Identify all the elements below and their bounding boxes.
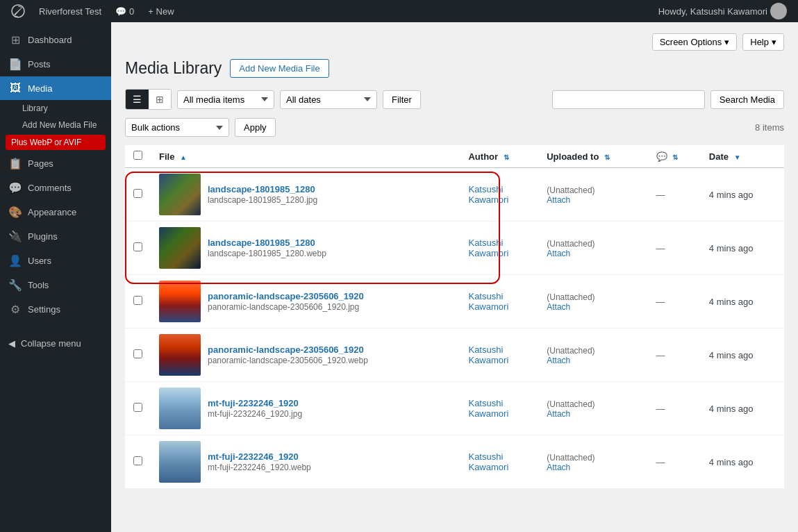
screen-options-button[interactable]: Screen Options ▾ xyxy=(652,33,738,51)
add-new-media-button[interactable]: Add New Media File xyxy=(230,59,329,78)
file-cell: panoramic-landscape-2305606_1920 panoram… xyxy=(151,329,460,382)
author-link[interactable]: KatsushiKawamori xyxy=(468,398,508,419)
row-checkbox[interactable] xyxy=(133,403,142,412)
file-thumbnail xyxy=(159,174,201,215)
date-value: 4 mins ago xyxy=(709,243,754,253)
row-checkbox[interactable] xyxy=(133,296,142,305)
attach-link[interactable]: Attach xyxy=(547,463,639,472)
filter-type-select[interactable]: All media items xyxy=(177,90,274,109)
sidebar-item-label: Users xyxy=(28,256,51,266)
file-name-link[interactable]: panoramic-landscape-2305606_1920 xyxy=(208,344,364,355)
date-cell: 4 mins ago xyxy=(701,275,784,329)
row-checkbox[interactable] xyxy=(133,242,142,251)
search-input[interactable] xyxy=(552,90,705,109)
submenu-plus-webp[interactable]: Plus WebP or AVIF xyxy=(6,135,106,150)
filter-button[interactable]: Filter xyxy=(383,90,421,109)
submenu-library[interactable]: Library xyxy=(0,100,111,117)
file-sort-icon: ▲ xyxy=(180,153,187,161)
search-media-button[interactable]: Search Media xyxy=(710,90,784,109)
comment-column-header[interactable]: 💬 ⇅ xyxy=(648,145,701,168)
filter-date-select[interactable]: All dates xyxy=(280,90,377,109)
apply-button[interactable]: Apply xyxy=(235,118,276,137)
help-label: Help xyxy=(750,37,769,47)
attach-link[interactable]: Attach xyxy=(547,302,639,312)
row-checkbox[interactable] xyxy=(133,456,142,465)
uploaded-to-cell: (Unattached) Attach xyxy=(538,329,647,382)
file-column-header[interactable]: File ▲ xyxy=(151,145,460,168)
comments-menu-icon: 💬 xyxy=(8,181,22,194)
select-all-header xyxy=(125,145,151,168)
file-cell: mt-fuji-2232246_1920 mt-fuji-2232246_192… xyxy=(151,382,460,435)
sidebar-item-users[interactable]: 👤 Users xyxy=(0,249,111,273)
pages-icon: 📋 xyxy=(8,157,22,170)
table-row: mt-fuji-2232246_1920 mt-fuji-2232246_192… xyxy=(125,382,784,435)
submenu-add-new[interactable]: Add New Media File xyxy=(0,117,111,133)
file-name-link[interactable]: mt-fuji-2232246_1920 xyxy=(208,398,299,408)
uploaded-sort-icon: ⇅ xyxy=(604,153,610,161)
comment-cell: — xyxy=(648,329,701,382)
unattached-label: (Unattached) xyxy=(547,399,595,409)
table-row: landscape-1801985_1280 landscape-1801985… xyxy=(125,222,784,275)
uploaded-to-column-header[interactable]: Uploaded to ⇅ xyxy=(538,145,647,168)
media-icon: 🖼 xyxy=(8,82,22,94)
author-link[interactable]: KatsushiKawamori xyxy=(468,451,508,472)
bulk-actions-select[interactable]: Bulk actions xyxy=(125,118,229,137)
attach-link[interactable]: Attach xyxy=(547,409,639,419)
media-submenu: Library Add New Media File Plus WebP or … xyxy=(0,100,111,150)
items-count: 8 items xyxy=(755,122,784,133)
date-value: 4 mins ago xyxy=(709,297,754,307)
attach-link[interactable]: Attach xyxy=(547,356,639,365)
file-name-link[interactable]: landscape-1801985_1280 xyxy=(208,238,315,248)
date-column-header[interactable]: Date ▼ xyxy=(701,145,784,168)
date-value: 4 mins ago xyxy=(709,350,754,360)
author-column-header[interactable]: Author ⇅ xyxy=(460,145,538,168)
comments-icon: 💬 xyxy=(115,6,126,17)
row-checkbox[interactable] xyxy=(133,189,142,198)
sidebar-item-settings[interactable]: ⚙ Settings xyxy=(0,297,111,322)
author-link[interactable]: KatsushiKawamori xyxy=(468,344,508,365)
sidebar-item-plugins[interactable]: 🔌 Plugins xyxy=(0,224,111,249)
select-all-checkbox[interactable] xyxy=(133,151,142,160)
howdy-button[interactable]: Howdy, Katsushi Kawamori xyxy=(653,0,792,22)
site-name-button[interactable]: Riverforest Test xyxy=(33,0,107,22)
wp-logo-button[interactable] xyxy=(6,0,31,22)
row-checkbox[interactable] xyxy=(133,349,142,358)
file-name-link[interactable]: landscape-1801985_1280 xyxy=(208,184,315,194)
comment-cell: — xyxy=(648,382,701,435)
author-link[interactable]: KatsushiKawamori xyxy=(468,184,508,205)
comments-button[interactable]: 💬 0 xyxy=(110,0,140,22)
view-toggle: ☰ ⊞ xyxy=(125,89,172,110)
table-row: landscape-1801985_1280 landscape-1801985… xyxy=(125,168,784,222)
grid-view-button[interactable]: ⊞ xyxy=(149,90,171,109)
file-subname: mt-fuji-2232246_1920.jpg xyxy=(208,409,302,419)
attach-link[interactable]: Attach xyxy=(547,249,639,258)
file-cell: landscape-1801985_1280 landscape-1801985… xyxy=(151,222,460,275)
unattached-label: (Unattached) xyxy=(547,292,595,302)
sidebar-item-media[interactable]: 🖼 Media xyxy=(0,76,111,100)
file-name-link[interactable]: panoramic-landscape-2305606_1920 xyxy=(208,291,364,301)
new-content-button[interactable]: + New xyxy=(142,0,179,22)
comment-count: — xyxy=(656,297,665,307)
sidebar-item-appearance[interactable]: 🎨 Appearance xyxy=(0,200,111,224)
admin-bar: Riverforest Test 💬 0 + New Howdy, Katsus… xyxy=(0,0,798,22)
file-cell: panoramic-landscape-2305606_1920 panoram… xyxy=(151,275,460,329)
row-checkbox-cell xyxy=(125,275,151,329)
author-link[interactable]: KatsushiKawamori xyxy=(468,291,508,312)
attach-link[interactable]: Attach xyxy=(547,195,639,205)
file-name-link[interactable]: mt-fuji-2232246_1920 xyxy=(208,451,299,462)
sidebar-item-tools[interactable]: 🔧 Tools xyxy=(0,273,111,297)
list-view-button[interactable]: ☰ xyxy=(126,90,149,109)
uploaded-to-cell: (Unattached) Attach xyxy=(538,275,647,329)
sidebar-item-dashboard[interactable]: ⊞ Dashboard xyxy=(0,28,111,52)
sidebar-item-label: Comments xyxy=(28,183,72,193)
sidebar-item-comments[interactable]: 💬 Comments xyxy=(0,176,111,200)
sidebar-item-pages[interactable]: 📋 Pages xyxy=(0,151,111,176)
author-cell: KatsushiKawamori xyxy=(460,275,538,329)
author-cell: KatsushiKawamori xyxy=(460,382,538,435)
file-cell: mt-fuji-2232246_1920 mt-fuji-2232246_192… xyxy=(151,435,460,489)
author-link[interactable]: KatsushiKawamori xyxy=(468,238,508,258)
help-button[interactable]: Help ▾ xyxy=(742,33,784,51)
collapse-menu-button[interactable]: ◀ Collapse menu xyxy=(0,333,111,354)
comment-count: — xyxy=(656,404,665,414)
sidebar-item-posts[interactable]: 📄 Posts xyxy=(0,52,111,76)
